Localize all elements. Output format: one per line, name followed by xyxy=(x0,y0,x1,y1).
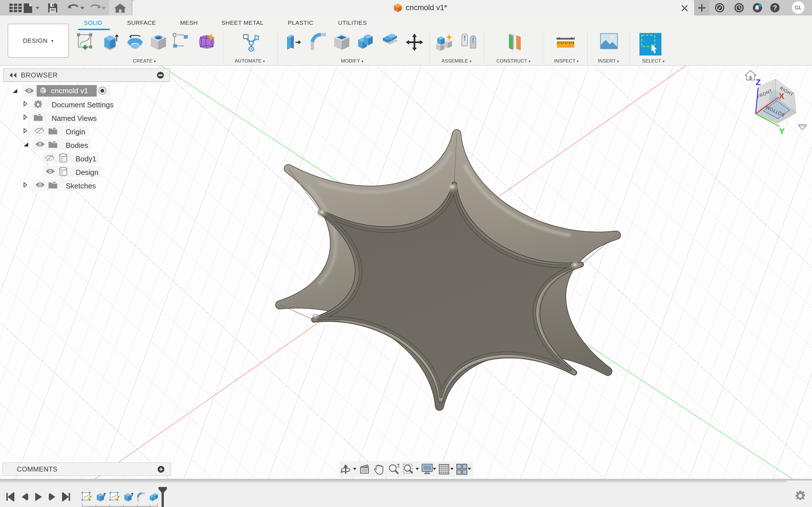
svg-text:Y: Y xyxy=(779,126,784,136)
